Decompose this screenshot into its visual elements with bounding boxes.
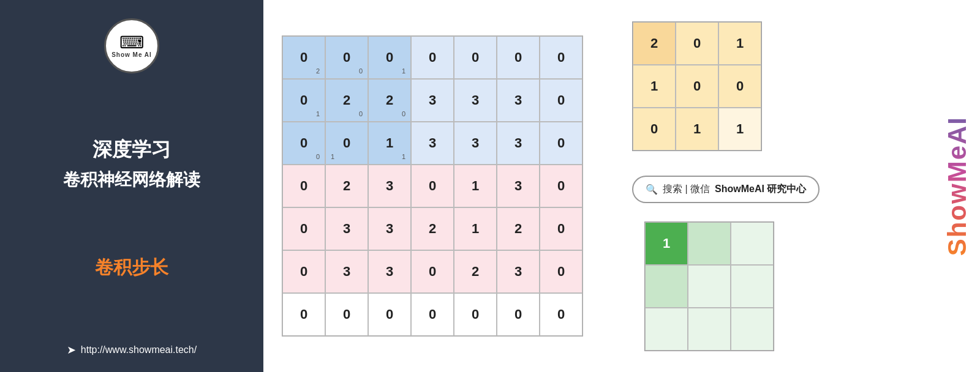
matrix-cell: 01 (282, 79, 325, 122)
kernel-row: 201 (633, 22, 761, 65)
matrix-cell: 0 (368, 293, 411, 336)
vertical-brand-text: ShowMeAI (943, 116, 972, 256)
matrix-cell: 20 (325, 79, 368, 122)
output-matrix: 1 (644, 221, 774, 351)
matrix-cell: 3 (497, 122, 540, 165)
matrix-cell: 2 (325, 165, 368, 207)
output-cell (688, 222, 731, 265)
matrix-cell: 2 (411, 207, 454, 250)
matrix-cell: 01 (368, 36, 411, 79)
cell-subscript: 0 (402, 110, 405, 117)
matrix-cell: 3 (497, 79, 540, 122)
cell-subscript: 1 (316, 110, 320, 117)
logo-area: ⌨ Show Me AI (104, 18, 159, 73)
matrix-cell: 01 (325, 122, 368, 165)
large-matrix: 0200010000012020333000011133300230130033… (282, 35, 583, 337)
output-row (645, 308, 774, 351)
kernel-cell: 0 (633, 108, 676, 151)
kernel-cell: 0 (676, 65, 718, 108)
matrix-cell: 3 (368, 165, 411, 207)
output-cell (688, 308, 731, 351)
matrix-cell: 0 (325, 293, 368, 336)
output-row (645, 265, 774, 308)
kernel-cell: 0 (676, 22, 718, 65)
matrix-cell: 11 (368, 122, 411, 165)
matrix-cell: 0 (540, 293, 582, 336)
matrix-cell: 3 (325, 207, 368, 250)
output-cell (645, 265, 688, 308)
matrix-cell: 0 (540, 122, 582, 165)
cell-subscript: 0 (359, 67, 363, 75)
output-cell: 1 (645, 222, 688, 265)
kernel-cell: 2 (633, 22, 676, 65)
matrix-cell: 0 (454, 293, 497, 336)
vertical-brand-area: ShowMeAI (940, 0, 974, 372)
website-text: http://www.showmeai.tech/ (81, 344, 197, 355)
matrix-row: 0330230 (282, 250, 582, 293)
matrix-cell: 0 (540, 79, 582, 122)
cursor-icon: ➤ (67, 343, 76, 357)
matrix-row: 0120203330 (282, 79, 582, 122)
output-cell (645, 308, 688, 351)
matrix-row: 0001113330 (282, 122, 582, 165)
matrix-cell: 0 (497, 36, 540, 79)
matrix-cell: 3 (368, 207, 411, 250)
matrix-cell: 3 (454, 79, 497, 122)
matrix-cell: 0 (282, 207, 325, 250)
website-area: ➤ http://www.showmeai.tech/ (67, 343, 197, 357)
matrix-cell: 3 (325, 250, 368, 293)
search-label: 搜索 | 微信 (663, 183, 710, 196)
kernel-cell: 1 (676, 108, 718, 151)
section-label: 卷积步长 (95, 255, 168, 280)
kernel-cell: 1 (718, 108, 761, 151)
matrix-cell: 20 (368, 79, 411, 122)
output-row: 1 (645, 222, 774, 265)
kernel-cell: 0 (718, 65, 761, 108)
matrix-cell: 0 (540, 250, 582, 293)
main-area: 0200010000012020333000011133300230130033… (263, 0, 980, 372)
matrix-cell: 1 (454, 165, 497, 207)
kernel-row: 100 (633, 65, 761, 108)
cell-subscript: 2 (316, 67, 320, 75)
title-line2: 卷积神经网络解读 (63, 168, 200, 192)
output-cell (688, 265, 731, 308)
matrix-cell: 0 (497, 293, 540, 336)
output-cell (731, 222, 774, 265)
search-box[interactable]: 🔍 搜索 | 微信 ShowMeAI 研究中心 (632, 176, 820, 203)
matrix-cell: 0 (282, 165, 325, 207)
matrix-cell: 0 (411, 36, 454, 79)
matrix-cell: 0 (411, 293, 454, 336)
matrix-cell: 3 (411, 79, 454, 122)
matrix-cell: 3 (497, 250, 540, 293)
cell-subscript: 1 (402, 153, 405, 160)
matrix-cell: 00 (282, 122, 325, 165)
cell-subscript: 0 (359, 110, 363, 117)
logo-circle: ⌨ Show Me AI (104, 18, 159, 73)
kernel-row: 011 (633, 108, 761, 151)
logo-text: Show Me AI (111, 51, 152, 58)
matrix-cell: 0 (411, 165, 454, 207)
matrix-cell: 3 (497, 165, 540, 207)
matrix-cell: 0 (282, 293, 325, 336)
matrix-cell: 0 (454, 36, 497, 79)
output-cell (731, 265, 774, 308)
kernel-matrix: 201100011 (632, 21, 762, 151)
left-panel: ⌨ Show Me AI 深度学习 卷积神经网络解读 卷积步长 ➤ http:/… (0, 0, 263, 372)
matrix-cell: 02 (282, 36, 325, 79)
matrix-cell: 3 (454, 122, 497, 165)
matrix-cell: 0 (411, 250, 454, 293)
kernel-cell: 1 (633, 65, 676, 108)
matrix-cell: 0 (540, 207, 582, 250)
matrix-cell: 3 (411, 122, 454, 165)
matrix-row: 0000000 (282, 293, 582, 336)
matrix-cell: 2 (454, 250, 497, 293)
matrix-row: 0332120 (282, 207, 582, 250)
matrix-cell: 1 (454, 207, 497, 250)
matrix-row: 0200010000 (282, 36, 582, 79)
logo-icon: ⌨ (119, 34, 144, 51)
matrix-cell: 2 (497, 207, 540, 250)
cell-subscript: 1 (331, 153, 334, 160)
matrix-cell: 3 (368, 250, 411, 293)
matrix-row: 0230130 (282, 165, 582, 207)
kernel-cell: 1 (718, 22, 761, 65)
